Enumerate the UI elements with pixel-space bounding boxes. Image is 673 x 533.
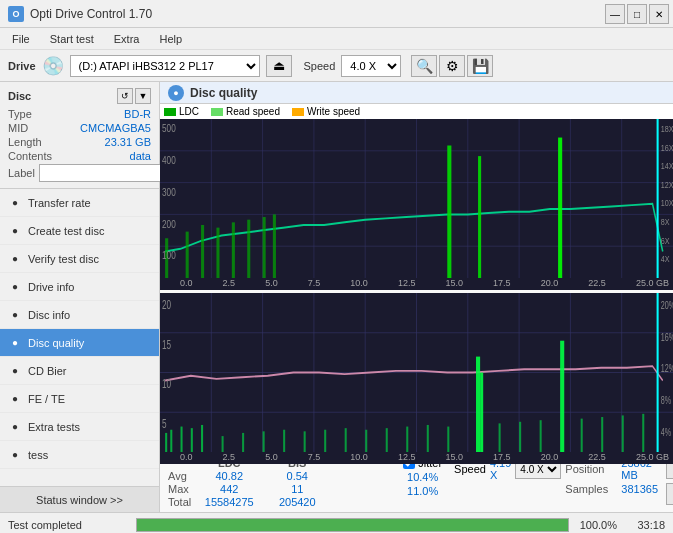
speed-label: Speed [304,60,336,72]
stats-total-label: Total [168,496,191,508]
sidebar-item-cd-bier[interactable]: ● CD Bier [0,357,159,385]
title-bar-text: Opti Drive Control 1.70 [30,7,665,21]
svg-rect-64 [304,431,306,452]
x-label-5: 5.0 [265,278,278,288]
sidebar-item-tess[interactable]: ● tess [0,441,159,469]
bot-x-10: 10.0 [350,452,368,462]
svg-rect-75 [581,419,583,452]
svg-rect-15 [186,232,189,278]
svg-rect-18 [232,222,235,278]
minimize-button[interactable]: — [605,4,625,24]
disc-refresh-button[interactable]: ↺ [117,88,133,104]
disc-type-row: Type BD-R [8,108,151,120]
chart-title: Disc quality [190,86,257,100]
disc-header: Disc ↺ ▼ [8,88,151,104]
svg-rect-74 [540,420,542,452]
bottom-chart-container: 20 15 10 5 20% 16% 12% 8% 4% 0.0 2.5 5.0… [160,293,673,452]
drive-icon: 💿 [42,55,64,77]
disc-contents-value: data [130,150,151,162]
window-controls: — □ ✕ [605,4,669,24]
fe-te-icon: ● [8,392,22,406]
svg-rect-22 [447,146,451,279]
svg-rect-60 [222,436,224,452]
svg-rect-52 [165,433,167,452]
cd-bier-icon: ● [8,364,22,378]
speed-label: Speed [454,463,486,475]
sidebar-item-disc-info[interactable]: ● Disc info [0,301,159,329]
legend-read-speed-label: Read speed [226,106,280,117]
svg-rect-70 [427,425,429,452]
disc-length-label: Length [8,136,42,148]
disc-label-label: Label [8,167,35,179]
menu-extra[interactable]: Extra [106,31,148,47]
menu-file[interactable]: File [4,31,38,47]
close-button[interactable]: ✕ [649,4,669,24]
sidebar-label-verify-test-disc: Verify test disc [28,253,99,265]
bot-x-15: 15.0 [446,452,464,462]
legend-read-speed: Read speed [211,106,280,117]
svg-rect-54 [181,427,183,452]
svg-text:6X: 6X [661,235,670,246]
svg-rect-21 [273,214,276,278]
app-icon: O [8,6,24,22]
status-time: 33:18 [625,519,665,531]
legend-ldc: LDC [164,106,199,117]
chart-icon-inner: ● [173,88,178,98]
toolbar: Drive 💿 (D:) ATAPI iHBS312 2 PL17 ⏏ Spee… [0,50,673,82]
progress-bar-fill [137,519,568,531]
bot-x-20: 20.0 [541,452,559,462]
disc-info-icon: ● [8,308,22,322]
sidebar-item-extra-tests[interactable]: ● Extra tests [0,413,159,441]
sidebar-item-drive-info[interactable]: ● Drive info [0,273,159,301]
samples-label: Samples [565,483,617,495]
stats-avg-jitter: 10.4% [403,471,442,483]
stats-max-jitter: 11.0% [403,485,442,497]
menu-start-test[interactable]: Start test [42,31,102,47]
stats-max-bis: 11 [267,483,327,495]
drive-select[interactable]: (D:) ATAPI iHBS312 2 PL17 [70,55,260,77]
start-part-button[interactable]: Start part [666,483,673,505]
toolbar-icons: 🔍 ⚙ 💾 [411,55,493,77]
chart-area: ● Disc quality LDC Read speed Write spee… [160,82,673,512]
status-window-button[interactable]: Status window >> [0,486,159,512]
sidebar-label-drive-info: Drive info [28,281,74,293]
speed-select[interactable]: 4.0 X 2.0 X 8.0 X [341,55,401,77]
svg-rect-17 [216,228,219,278]
sidebar-item-fe-te[interactable]: ● FE / TE [0,385,159,413]
svg-text:20: 20 [162,297,171,311]
sidebar-item-transfer-rate[interactable]: ● Transfer rate [0,189,159,217]
settings-icon-button[interactable]: ⚙ [439,55,465,77]
sidebar-item-verify-test-disc[interactable]: ● Verify test disc [0,245,159,273]
disc-section-title: Disc [8,90,31,102]
menu-help[interactable]: Help [151,31,190,47]
svg-rect-56 [201,425,203,452]
maximize-button[interactable]: □ [627,4,647,24]
svg-rect-62 [263,431,265,452]
x-label-22-5: 22.5 [588,278,606,288]
svg-rect-68 [386,428,388,452]
disc-mid-row: MID CMCMAGBA5 [8,122,151,134]
stats-empty3 [335,470,395,482]
svg-rect-58 [480,373,483,453]
status-window-label: Status window >> [36,494,123,506]
disc-menu-button[interactable]: ▼ [135,88,151,104]
stats-avg-ldc: 40.82 [199,470,259,482]
svg-text:12%: 12% [661,363,673,375]
samples-value: 381365 [621,483,658,495]
tess-icon: ● [8,448,22,462]
sidebar-item-create-test-disc[interactable]: ● Create test disc [0,217,159,245]
x-label-15: 15.0 [446,278,464,288]
scan-icon-button[interactable]: 🔍 [411,55,437,77]
svg-rect-20 [263,217,266,278]
eject-button[interactable]: ⏏ [266,55,292,77]
app-icon-letter: O [12,9,19,19]
sidebar: Disc ↺ ▼ Type BD-R MID CMCMAGBA5 Length … [0,82,160,512]
sidebar-item-disc-quality[interactable]: ● Disc quality [0,329,159,357]
top-chart-x-labels: 0.0 2.5 5.0 7.5 10.0 12.5 15.0 17.5 20.0… [160,278,673,290]
stats-empty5 [335,496,395,508]
svg-text:10: 10 [162,377,171,391]
save-icon-button[interactable]: 💾 [467,55,493,77]
svg-rect-73 [519,422,521,452]
stats-avg-label: Avg [168,470,191,482]
x-label-2-5: 2.5 [223,278,236,288]
